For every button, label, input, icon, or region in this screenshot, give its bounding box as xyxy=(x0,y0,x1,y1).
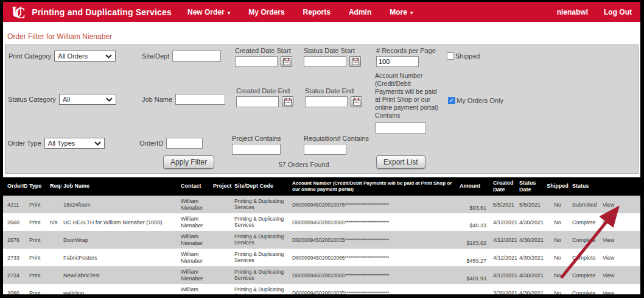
cell-status: Complete xyxy=(570,231,601,249)
username-link[interactable]: nienabwl xyxy=(557,8,588,16)
cell-order-id: 2090 xyxy=(3,284,27,294)
job-name-input[interactable] xyxy=(175,94,225,105)
view-link[interactable]: View xyxy=(603,290,614,295)
logout-link[interactable]: Log Out xyxy=(604,8,632,16)
cell-project xyxy=(211,266,233,284)
order-type-field: Order Type All Types xyxy=(8,138,105,149)
view-link[interactable]: View xyxy=(603,255,614,261)
order-id-input[interactable] xyxy=(166,138,203,149)
column-header: Status Date xyxy=(517,177,545,196)
print-category-select[interactable]: All Orders xyxy=(54,51,116,62)
cell-account: D60000945020010065********************** xyxy=(290,266,458,284)
view-link[interactable]: View xyxy=(603,237,614,243)
status-category-select[interactable]: All xyxy=(59,94,116,105)
table-row: 4211Print18x24foamWilliam NienaberPrinti… xyxy=(3,196,640,213)
nav-item-label: My Orders xyxy=(248,8,284,16)
my-orders-only-field: ✓ My Orders Only xyxy=(448,97,503,104)
cell-shipped: No xyxy=(545,231,570,249)
cell-status-date: 4/30/2021 xyxy=(517,284,545,294)
cell-type: Print xyxy=(27,284,48,294)
column-header: Type xyxy=(27,177,48,196)
project-contains-field: Project Contains xyxy=(232,135,281,155)
cell-action: View xyxy=(601,266,640,284)
created-date-end-calendar-button[interactable] xyxy=(282,96,293,107)
status-date-start-input[interactable] xyxy=(304,56,346,67)
cell-job-name: wallcling xyxy=(61,284,179,294)
site-dept-input[interactable] xyxy=(172,51,221,62)
table-row: 2733PrintFabricPostersWilliam NienaberPr… xyxy=(3,249,640,266)
nav-item-more[interactable]: More▾ xyxy=(390,8,413,16)
nav-item-label: Reports xyxy=(303,8,331,16)
created-date-start-calendar-button[interactable] xyxy=(281,56,292,67)
view-link[interactable]: View xyxy=(603,219,614,225)
export-list-button[interactable]: Export List xyxy=(376,155,425,169)
uc-logo-icon[interactable]: UC xyxy=(12,4,26,20)
column-header: Status xyxy=(570,177,601,196)
created-date-end-input[interactable] xyxy=(236,96,279,107)
my-orders-only-label: My Orders Only xyxy=(457,97,503,104)
chevron-down-icon xyxy=(106,98,113,102)
cell-order-id: 2660 xyxy=(3,213,27,231)
cell-contact: William Nienaber xyxy=(179,266,211,284)
cell-order-id: 4211 xyxy=(3,196,27,213)
view-link[interactable]: View xyxy=(603,272,614,278)
print-category-label: Print Category xyxy=(9,52,51,60)
cell-job-name: DoorWrap xyxy=(61,231,179,249)
order-type-value: All Types xyxy=(48,140,91,147)
cell-order-id: 2733 xyxy=(3,249,27,266)
cell-req xyxy=(48,266,61,284)
column-header: Amount xyxy=(458,177,491,196)
apply-filter-button[interactable]: Apply Filter xyxy=(163,155,214,169)
cell-created-date: 3/30/2021 xyxy=(491,284,517,294)
view-link[interactable]: View xyxy=(603,202,614,208)
table-row: 2734PrintNewFabricTestWilliam NienaberPr… xyxy=(3,266,640,284)
cell-amount: $459.27 xyxy=(458,249,491,266)
cell-status-date: 4/30/2021 xyxy=(517,266,545,284)
created-date-start-field: Created Date Start xyxy=(235,47,292,67)
order-id-label: OrderID xyxy=(139,140,163,147)
records-per-page-input[interactable] xyxy=(376,56,419,67)
cell-action: View xyxy=(601,249,640,266)
created-date-start-input[interactable] xyxy=(235,56,278,67)
status-date-end-field: Status Date End xyxy=(305,87,362,107)
cell-project xyxy=(211,249,233,266)
status-date-start-label: Status Date Start xyxy=(304,47,361,54)
status-date-start-calendar-button[interactable] xyxy=(349,56,361,67)
cell-account: D60000945020010065********************** xyxy=(290,213,458,231)
cell-action: View xyxy=(601,284,640,294)
table-header-row: OrderIDTypeReq#Job NameContactProjectSit… xyxy=(3,177,640,196)
cell-action: View xyxy=(601,231,640,249)
shipped-checkbox[interactable] xyxy=(447,52,454,60)
cell-status-date: 4/30/2021 xyxy=(517,249,545,266)
cell-status: Complete xyxy=(570,213,601,231)
cell-type: Print xyxy=(27,249,48,266)
nav-item-my-orders[interactable]: My Orders xyxy=(248,8,284,16)
my-orders-only-checkbox[interactable]: ✓ xyxy=(448,97,455,104)
order-type-select[interactable]: All Types xyxy=(44,138,105,149)
cell-project xyxy=(211,196,233,213)
cell-req xyxy=(48,231,61,249)
nav-item-new-order[interactable]: New Order▾ xyxy=(187,8,230,16)
cell-status: Complete xyxy=(570,266,601,284)
calendar-icon xyxy=(284,98,292,105)
cell-created-date: 4/12/2021 xyxy=(491,249,517,266)
cell-site-dept-code: Printing & Duplicating Services xyxy=(233,213,290,231)
site-dept-label: Site/Dept xyxy=(142,52,169,60)
requisition-contains-field: Requisition# Contains xyxy=(304,135,369,155)
calendar-icon xyxy=(352,58,359,65)
column-header xyxy=(601,177,640,196)
records-per-page-label: # Records per Page xyxy=(376,47,436,54)
nav-item-reports[interactable]: Reports xyxy=(303,8,331,16)
navbar-right: nienabwl Log Out xyxy=(557,8,632,16)
job-name-field: Job Name xyxy=(142,94,225,105)
account-number-input[interactable] xyxy=(375,122,426,133)
status-date-end-input[interactable] xyxy=(305,96,348,107)
page: UC Printing and Duplicating Services New… xyxy=(3,2,640,294)
nav-item-admin[interactable]: Admin xyxy=(349,8,371,16)
status-date-end-calendar-button[interactable] xyxy=(351,96,362,107)
nav-item-label: More xyxy=(390,8,407,16)
cell-project xyxy=(211,284,233,294)
cell-req xyxy=(48,284,61,294)
project-contains-input[interactable] xyxy=(232,144,281,155)
requisition-contains-input[interactable] xyxy=(304,144,346,155)
